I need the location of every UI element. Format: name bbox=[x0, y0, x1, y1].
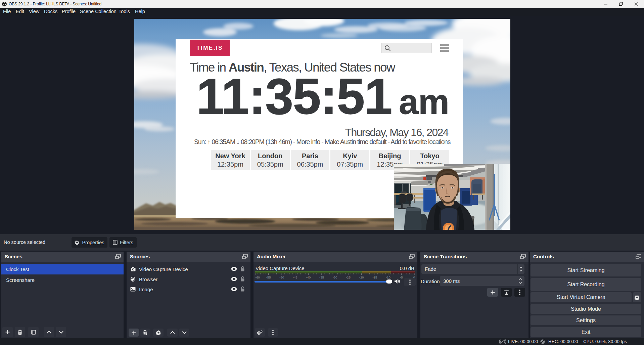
svg-text:-50: -50 bbox=[279, 275, 284, 279]
svg-text:-60: -60 bbox=[255, 275, 260, 279]
svg-text:-30: -30 bbox=[333, 275, 337, 279]
svg-text:-55: -55 bbox=[266, 275, 271, 279]
svg-text:-15: -15 bbox=[372, 275, 377, 279]
svg-text:-45: -45 bbox=[293, 275, 297, 279]
svg-text:-20: -20 bbox=[359, 275, 364, 279]
svg-text:-25: -25 bbox=[346, 275, 351, 279]
svg-text:-5: -5 bbox=[400, 275, 403, 279]
svg-text:-35: -35 bbox=[319, 275, 324, 279]
svg-text:-40: -40 bbox=[306, 275, 311, 279]
svg-text:-10: -10 bbox=[386, 275, 390, 279]
